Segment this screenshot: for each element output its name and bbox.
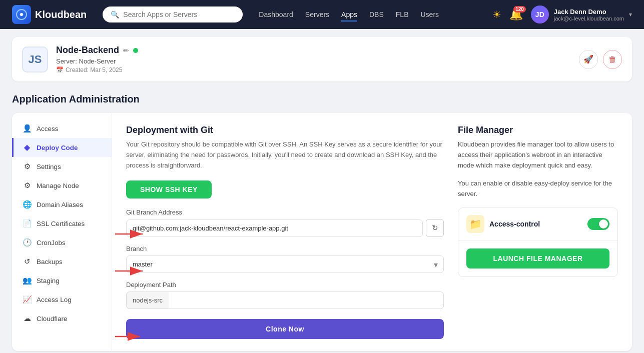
clone-now-button[interactable]: Clone Now <box>126 319 444 339</box>
user-text: Jack Denn Demo jack@c-level.kloudbean.co… <box>554 8 624 22</box>
sidebar-item-backups[interactable]: ↺ Backups <box>12 252 112 271</box>
settings-icon: ⚙ <box>23 162 32 171</box>
sidebar-item-deploy-code[interactable]: ◆ Deploy Code <box>12 138 112 157</box>
fm-header-left: 📁 Access-control <box>466 215 540 233</box>
search-icon: 🔍 <box>111 10 119 18</box>
created-date: 📅 Created: Mar 5, 2025 <box>56 66 571 74</box>
sidebar-label-manage-node: Manage Node <box>37 182 79 190</box>
theme-toggle-icon[interactable]: ☀ <box>492 8 501 20</box>
app-header-card: JS Node-Backend ✏ Server: Node-Server 📅 … <box>12 37 632 82</box>
access-control-toggle[interactable] <box>587 218 609 230</box>
sidebar-item-access-log[interactable]: 📈 Access Log <box>12 290 112 309</box>
sidebar-item-domain-aliases[interactable]: 🌐 Domain Aliases <box>12 195 112 214</box>
page-content: JS Node-Backend ✏ Server: Node-Server 📅 … <box>0 29 644 353</box>
section-title: Application Administration <box>12 94 632 105</box>
staging-icon: 👥 <box>23 276 32 285</box>
sidebar-item-ssl-certificates[interactable]: 📄 SSL Certificates <box>12 214 112 233</box>
git-branch-field: Git Branch Address ↻ <box>126 208 444 237</box>
sidebar-label-cronjobs: CronJobs <box>37 239 66 246</box>
deployment-path-field: Deployment Path nodejs-src <box>126 281 444 309</box>
file-manager-panel: File Manager Kloudbean provides file man… <box>458 125 618 339</box>
sidebar-label-backups: Backups <box>37 258 63 266</box>
svg-point-1 <box>20 13 23 16</box>
sidebar-label-staging: Staging <box>37 277 60 284</box>
deploy-code-icon: ◆ <box>23 143 32 152</box>
notification-button[interactable]: 🔔 120 <box>509 8 523 21</box>
sidebar-label-access: Access <box>37 125 59 132</box>
sidebar-label-deploy-code: Deploy Code <box>37 144 78 152</box>
sidebar-item-manage-node[interactable]: ⚙ Manage Node <box>12 176 112 195</box>
branch-field: Branch master main develop staging <box>126 245 444 273</box>
calendar-icon: 📅 <box>56 66 64 74</box>
git-branch-label: Git Branch Address <box>126 208 444 216</box>
admin-main: Deployment with Git Your Git repository … <box>112 113 632 351</box>
user-name: Jack Denn Demo <box>554 8 624 16</box>
deploy-panel-desc: Your Git repository should be compatible… <box>126 140 444 170</box>
navbar: Kloudbean 🔍 Dashboard Servers Apps DBS F… <box>0 0 644 29</box>
git-branch-input[interactable] <box>126 220 423 237</box>
refresh-git-button[interactable]: ↻ <box>426 219 444 237</box>
file-manager-enable-desc: You can enable or disable easy-deploy se… <box>458 178 618 200</box>
user-menu[interactable]: JD Jack Denn Demo jack@c-level.kloudbean… <box>531 6 632 24</box>
branch-select[interactable]: master main develop staging <box>126 256 444 273</box>
cronjobs-icon: 🕐 <box>23 238 32 247</box>
status-dot <box>133 48 138 53</box>
branch-label: Branch <box>126 245 444 252</box>
sidebar-item-staging[interactable]: 👥 Staging <box>12 271 112 290</box>
sidebar-label-ssl-certificates: SSL Certificates <box>37 220 85 228</box>
app-title-row: Node-Backend ✏ <box>56 45 571 56</box>
domain-icon: 🌐 <box>23 200 32 209</box>
avatar: JD <box>531 6 549 24</box>
path-prefix: nodejs-src <box>126 292 169 309</box>
app-name: Node-Backend <box>56 45 119 56</box>
user-email: jack@c-level.kloudbean.com <box>554 16 624 22</box>
show-ssh-key-button[interactable]: SHOW SSH KEY <box>126 180 212 198</box>
logo-icon <box>12 5 31 24</box>
fm-card-header: 📁 Access-control <box>458 208 617 240</box>
nav-dashboard[interactable]: Dashboard <box>259 8 293 22</box>
launch-file-manager-button[interactable]: LAUNCH FILE MANAGER <box>466 248 609 268</box>
deploy-button[interactable]: 🚀 <box>579 50 598 69</box>
app-actions: 🚀 🗑 <box>579 50 622 69</box>
admin-layout: 👤 Access ◆ Deploy Code ⚙ Settings ⚙ Mana… <box>12 113 632 351</box>
sidebar-item-cronjobs[interactable]: 🕐 CronJobs <box>12 233 112 252</box>
brand-name: Kloudbean <box>35 9 87 20</box>
deployment-path-row: nodejs-src <box>126 292 444 309</box>
sidebar-label-domain-aliases: Domain Aliases <box>37 201 83 208</box>
app-icon: JS <box>22 46 48 72</box>
nav-servers[interactable]: Servers <box>305 8 329 22</box>
sidebar-item-access[interactable]: 👤 Access <box>12 119 112 138</box>
search-input[interactable] <box>123 10 235 18</box>
nav-apps[interactable]: Apps <box>341 8 357 22</box>
search-bar[interactable]: 🔍 <box>103 6 243 22</box>
server-name: Server: Node-Server <box>56 58 571 65</box>
sidebar-item-settings[interactable]: ⚙ Settings <box>12 157 112 176</box>
ssl-icon: 📄 <box>23 219 32 228</box>
sidebar-item-cloudflare[interactable]: ☁ Cloudflare <box>12 309 112 328</box>
sidebar-label-cloudflare: Cloudflare <box>37 315 68 322</box>
brand-logo: Kloudbean <box>12 5 87 24</box>
backups-icon: ↺ <box>23 257 32 266</box>
file-manager-title: File Manager <box>458 125 618 136</box>
delete-button[interactable]: 🗑 <box>603 50 622 69</box>
nav-users[interactable]: Users <box>420 8 439 22</box>
cloudflare-icon: ☁ <box>23 314 32 323</box>
access-control-label: Access-control <box>489 220 540 228</box>
sidebar-label-settings: Settings <box>37 163 61 170</box>
manage-node-icon: ⚙ <box>23 181 32 190</box>
access-log-icon: 📈 <box>23 295 32 304</box>
chevron-down-icon: ▾ <box>629 11 632 18</box>
sidebar-label-access-log: Access Log <box>37 296 72 304</box>
branch-select-wrap: master main develop staging <box>126 256 444 273</box>
fm-card-body: LAUNCH FILE MANAGER <box>458 240 617 276</box>
notification-badge: 120 <box>513 6 526 12</box>
deployment-path-input[interactable] <box>169 292 444 309</box>
deploy-panel: Deployment with Git Your Git repository … <box>126 125 444 339</box>
deploy-panel-title: Deployment with Git <box>126 125 444 136</box>
nav-dbs[interactable]: DBS <box>369 8 384 22</box>
nav-flb[interactable]: FLB <box>396 8 409 22</box>
folder-icon: 📁 <box>466 215 484 233</box>
admin-sidebar: 👤 Access ◆ Deploy Code ⚙ Settings ⚙ Mana… <box>12 113 112 351</box>
edit-icon[interactable]: ✏ <box>123 46 129 54</box>
nav-right: ☀ 🔔 120 JD Jack Denn Demo jack@c-level.k… <box>492 6 632 24</box>
